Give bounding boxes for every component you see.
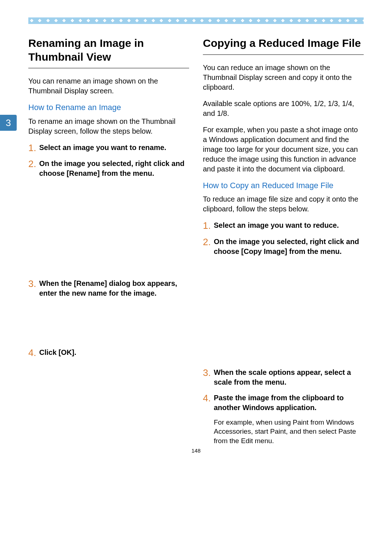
step-number: 1. — [203, 220, 214, 231]
step: 1. Select an image you want to reduce. — [203, 220, 364, 231]
step-number: 3. — [203, 368, 214, 378]
step: 2. On the image you selected, right clic… — [203, 237, 364, 256]
step: 4. Click [OK]. — [28, 348, 189, 358]
step-number: 2. — [28, 159, 39, 169]
step: 2. On the image you selected, right clic… — [28, 159, 189, 178]
left-sub-intro: To rename an image shown on the Thumbnai… — [28, 117, 189, 136]
right-title: Copying a Reduced Image File — [203, 36, 364, 50]
screenshot-placeholder — [28, 304, 189, 348]
step-number: 4. — [28, 348, 39, 358]
right-intro-1: You can reduce an image shown on the Thu… — [203, 63, 364, 92]
right-intro-2: Available scale options are 100%, 1/2, 1… — [203, 99, 364, 118]
title-rule — [28, 68, 189, 68]
step-text-main: Paste the image from the clipboard to an… — [214, 394, 344, 412]
step-text: On the image you selected, right click a… — [39, 159, 189, 178]
page: ❖ ❖ ❖ ❖ ❖ ❖ ❖ ❖ ❖ ❖ ❖ ❖ ❖ ❖ ❖ ❖ ❖ ❖ ❖ ❖ … — [0, 0, 392, 466]
title-rule — [203, 54, 364, 55]
left-title: Renaming an Image in Thumbnail View — [28, 36, 189, 64]
step: 4. Paste the image from the clipboard to… — [203, 393, 364, 446]
step-note: For example, when using Paint from Windo… — [214, 418, 364, 446]
page-number: 148 — [0, 447, 392, 454]
step-number: 1. — [28, 143, 39, 153]
right-subheading: How to Copy an Reduced Image File — [203, 181, 364, 191]
screenshot-placeholder — [203, 262, 364, 368]
step-text: When the scale options appear, select a … — [214, 368, 364, 387]
step-text: Paste the image from the clipboard to an… — [214, 393, 364, 446]
left-intro: You can rename an image shown on the Thu… — [28, 76, 189, 96]
screenshot-placeholder — [28, 184, 189, 279]
right-column: Copying a Reduced Image File You can red… — [203, 36, 364, 451]
chapter-tab: 3 — [0, 115, 17, 131]
decorative-band: ❖ ❖ ❖ ❖ ❖ ❖ ❖ ❖ ❖ ❖ ❖ ❖ ❖ ❖ ❖ ❖ ❖ ❖ ❖ ❖ … — [28, 17, 364, 24]
right-sub-intro: To reduce an image file size and copy it… — [203, 194, 364, 214]
step-text: Select an image you want to rename. — [39, 143, 189, 153]
left-steps: 1. Select an image you want to rename. 2… — [28, 143, 189, 358]
step-text: Click [OK]. — [39, 348, 189, 357]
step-number: 2. — [203, 237, 214, 247]
step-number: 4. — [203, 393, 214, 404]
step: 3. When the scale options appear, select… — [203, 368, 364, 387]
step-text: Select an image you want to reduce. — [214, 220, 364, 230]
decorative-diamonds: ❖ ❖ ❖ ❖ ❖ ❖ ❖ ❖ ❖ ❖ ❖ ❖ ❖ ❖ ❖ ❖ ❖ ❖ ❖ ❖ … — [30, 18, 364, 23]
step-number: 3. — [28, 279, 39, 289]
step-text: When the [Rename] dialog box appears, en… — [39, 279, 189, 298]
left-subheading: How to Rename an Image — [28, 102, 189, 113]
right-steps: 1. Select an image you want to reduce. 2… — [203, 220, 364, 446]
right-intro-3: For example, when you paste a shot image… — [203, 125, 364, 174]
content-columns: Renaming an Image in Thumbnail View You … — [28, 36, 364, 451]
step-text: On the image you selected, right click a… — [214, 237, 364, 256]
step: 1. Select an image you want to rename. — [28, 143, 189, 153]
left-column: Renaming an Image in Thumbnail View You … — [28, 36, 189, 451]
step: 3. When the [Rename] dialog box appears,… — [28, 279, 189, 298]
